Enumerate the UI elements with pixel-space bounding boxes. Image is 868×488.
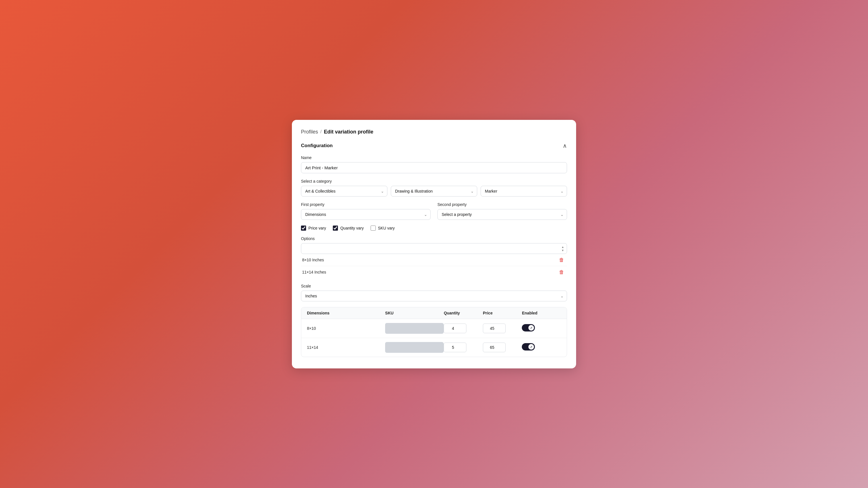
- sku-vary-checkbox-item[interactable]: SKU vary: [371, 226, 395, 231]
- breadcrumb-separator: /: [320, 129, 321, 134]
- toggle-thumb-1: ✓: [528, 325, 534, 331]
- collapse-icon[interactable]: ∧: [563, 143, 567, 149]
- sku-vary-checkbox[interactable]: [371, 226, 376, 231]
- modal-container: Profiles / Edit variation profile Config…: [292, 120, 576, 368]
- table-header: Dimensions SKU Quantity Price Enabled: [301, 307, 567, 319]
- breadcrumb-profiles[interactable]: Profiles: [301, 129, 318, 135]
- table-header-dimensions: Dimensions: [307, 311, 385, 315]
- table-row: 11×14 ✓: [301, 338, 567, 357]
- first-property-select[interactable]: Dimensions: [301, 209, 431, 220]
- options-input-wrapper: ▲ ▼: [301, 243, 567, 254]
- option-text-1: 8×10 Inches: [302, 258, 324, 262]
- row-1-enabled-toggle[interactable]: ✓: [522, 324, 535, 331]
- category-group: Select a category Art & Collectibles ⌄ D…: [301, 179, 567, 197]
- name-label: Name: [301, 155, 567, 160]
- name-group: Name: [301, 155, 567, 173]
- second-property-label: Second property: [437, 202, 567, 207]
- breadcrumb: Profiles / Edit variation profile: [301, 129, 567, 135]
- option-text-2: 11×14 Inches: [302, 270, 326, 274]
- category-select-2-wrapper: Drawing & Illustration ⌄: [391, 186, 477, 197]
- quantity-vary-label: Quantity vary: [340, 226, 364, 230]
- property-row: First property Dimensions ⌄ Second prope…: [301, 202, 567, 220]
- checkboxes-row: Price vary Quantity vary SKU vary: [301, 226, 567, 231]
- row-2-sku-input[interactable]: [385, 342, 444, 353]
- scale-select-wrapper: Inches Centimeters ⌄: [301, 291, 567, 301]
- row-2-price-input[interactable]: [483, 343, 506, 352]
- delete-option-1-button[interactable]: 🗑: [557, 257, 566, 263]
- quantity-vary-checkbox[interactable]: [333, 226, 338, 231]
- first-property-label: First property: [301, 202, 431, 207]
- row-2-sku-cell: [385, 342, 444, 353]
- quantity-vary-checkbox-item[interactable]: Quantity vary: [333, 226, 364, 231]
- toggle-check-icon-2: ✓: [530, 345, 533, 349]
- toggle-track-1: ✓: [522, 324, 535, 331]
- breadcrumb-current: Edit variation profile: [324, 129, 373, 135]
- row-1-price-input[interactable]: [483, 324, 506, 333]
- row-2-enabled-cell: ✓: [522, 343, 561, 351]
- table-row: 8×10 ✓: [301, 319, 567, 338]
- scale-group: Scale Inches Centimeters ⌄: [301, 284, 567, 301]
- category-select-1[interactable]: Art & Collectibles: [301, 186, 388, 197]
- row-1-enabled-cell: ✓: [522, 324, 561, 332]
- scale-select[interactable]: Inches Centimeters: [301, 291, 567, 301]
- toggle-thumb-2: ✓: [528, 344, 534, 350]
- table-header-price: Price: [483, 311, 522, 315]
- row-2-enabled-toggle[interactable]: ✓: [522, 343, 535, 351]
- options-input[interactable]: [301, 243, 567, 254]
- section-title: Configuration: [301, 143, 333, 149]
- scale-label: Scale: [301, 284, 567, 288]
- row-1-dimension: 8×10: [307, 326, 385, 331]
- toggle-check-icon-1: ✓: [530, 326, 533, 330]
- row-2-quantity-input[interactable]: [444, 343, 466, 352]
- category-label: Select a category: [301, 179, 567, 184]
- price-vary-checkbox[interactable]: [301, 226, 306, 231]
- options-label: Options: [301, 236, 567, 241]
- row-2-price-cell: [483, 343, 522, 352]
- sku-vary-label: SKU vary: [378, 226, 395, 230]
- toggle-track-2: ✓: [522, 343, 535, 351]
- row-1-sku-cell: [385, 323, 444, 334]
- category-select-1-wrapper: Art & Collectibles ⌄: [301, 186, 388, 197]
- options-group: Options ▲ ▼ 8×10 Inches 🗑 11×14 Inches 🗑: [301, 236, 567, 278]
- row-2-dimension: 11×14: [307, 345, 385, 350]
- first-property-select-wrapper: Dimensions ⌄: [301, 209, 431, 220]
- list-item: 8×10 Inches 🗑: [301, 254, 567, 266]
- row-1-quantity-input[interactable]: [444, 324, 466, 333]
- list-item: 11×14 Inches 🗑: [301, 266, 567, 278]
- name-input[interactable]: [301, 162, 567, 173]
- table-header-enabled: Enabled: [522, 311, 561, 315]
- second-property-group: Second property Select a property ⌄: [437, 202, 567, 220]
- category-row: Art & Collectibles ⌄ Drawing & Illustrat…: [301, 186, 567, 197]
- first-property-group: First property Dimensions ⌄: [301, 202, 431, 220]
- variations-table: Dimensions SKU Quantity Price Enabled 8×…: [301, 307, 567, 357]
- category-select-2[interactable]: Drawing & Illustration: [391, 186, 477, 197]
- table-header-quantity: Quantity: [444, 311, 483, 315]
- row-1-sku-input[interactable]: [385, 323, 444, 334]
- delete-option-2-button[interactable]: 🗑: [557, 269, 566, 275]
- price-vary-label: Price vary: [308, 226, 326, 230]
- row-2-quantity-cell: [444, 343, 483, 352]
- category-select-3[interactable]: Marker: [480, 186, 567, 197]
- price-vary-checkbox-item[interactable]: Price vary: [301, 226, 326, 231]
- category-select-3-wrapper: Marker ⌄: [480, 186, 567, 197]
- table-header-sku: SKU: [385, 311, 444, 315]
- second-property-select-wrapper: Select a property ⌄: [437, 209, 567, 220]
- second-property-select[interactable]: Select a property: [437, 209, 567, 220]
- row-1-quantity-cell: [444, 324, 483, 333]
- row-1-price-cell: [483, 324, 522, 333]
- section-header: Configuration ∧: [301, 143, 567, 149]
